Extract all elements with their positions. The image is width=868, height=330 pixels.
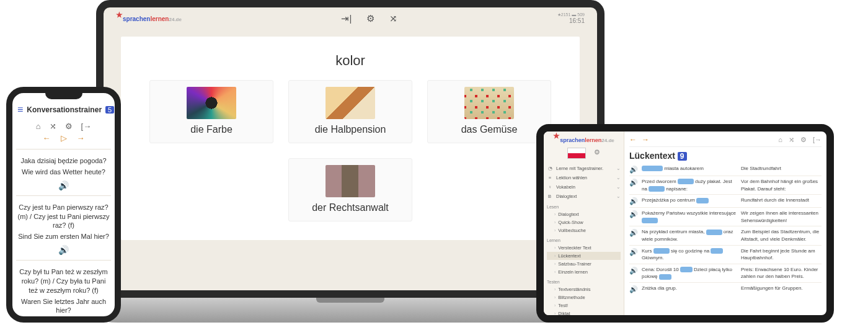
target-sentence: Waren Sie letztes Jahr auch hier? bbox=[17, 297, 110, 316]
audio-icon[interactable]: 🔊 bbox=[629, 285, 638, 293]
source-text: miasta autokarem bbox=[642, 165, 737, 172]
source-text: Przejażdżka po centrum bbox=[642, 197, 737, 204]
conversation-block: Czy jest tu Pan pierwszy raz? (m) / Czy … bbox=[16, 195, 111, 260]
vocab-option[interactable]: die Halbpension bbox=[288, 80, 412, 143]
text-gap[interactable] bbox=[711, 248, 723, 254]
next-icon[interactable]: → bbox=[77, 133, 85, 143]
gap-text-line: 🔊 Pokażemy Państwu wszystkie interesując… bbox=[629, 207, 822, 226]
gear-icon[interactable]: ⚙ bbox=[594, 148, 600, 156]
sidebar-item-icon: ◔ bbox=[547, 166, 553, 171]
home-icon[interactable]: ⌂ bbox=[778, 136, 782, 144]
target-sentence: Sind Sie zum ersten Mal hier? bbox=[17, 232, 110, 241]
sidebar-subitem[interactable]: › Diktat bbox=[547, 310, 621, 318]
chevron-right-icon: › bbox=[554, 254, 556, 258]
text-gap[interactable] bbox=[653, 248, 670, 254]
option-label: der Rechtsanwalt bbox=[296, 202, 404, 213]
option-label: das Gemüse bbox=[435, 124, 543, 135]
sidebar-subitem[interactable]: › Blitzmethode bbox=[547, 293, 621, 301]
sidebar-item[interactable]: 🗎 Dialogtext ⌄ bbox=[547, 192, 621, 201]
prev-icon[interactable]: ← bbox=[629, 135, 637, 144]
sidebar-subitem-label: Lückentext bbox=[558, 253, 580, 259]
vocab-option[interactable]: das Gemüse bbox=[427, 80, 551, 143]
target-text: Zum Beispiel das Stadtzentrum, die Altst… bbox=[741, 228, 822, 243]
logout-icon[interactable]: [→ bbox=[81, 122, 92, 131]
sidebar-subitem[interactable]: › Dialogtext bbox=[547, 210, 621, 218]
text-gap[interactable] bbox=[696, 198, 709, 203]
phone-title: Konversationstrainer bbox=[27, 105, 102, 114]
text-gap[interactable] bbox=[678, 179, 694, 184]
audio-icon[interactable]: 🔊 bbox=[17, 245, 110, 255]
text-gap[interactable] bbox=[680, 267, 693, 272]
audio-icon[interactable]: 🔊 bbox=[629, 266, 638, 275]
audio-icon[interactable]: 🔊 bbox=[629, 248, 638, 256]
conversation-block: Jaka dzisiaj będzie pogoda? Wie wird das… bbox=[16, 149, 111, 195]
sidebar-item-label: Lektion wählen bbox=[556, 175, 587, 181]
audio-icon[interactable]: 🔊 bbox=[629, 178, 638, 187]
gear-icon[interactable]: ⚙ bbox=[65, 122, 73, 131]
target-sentence: Wie wird das Wetter heute? bbox=[17, 167, 110, 177]
prev-icon[interactable]: ← bbox=[43, 133, 51, 143]
chevron-right-icon: › bbox=[554, 303, 556, 308]
play-icon[interactable]: ▷ bbox=[61, 133, 67, 143]
sidebar-item[interactable]: ◔ Lerne mit Tagestrainer. ⌄ bbox=[547, 164, 621, 173]
laptop-device: ★sprachenlernen24.de ⇥| ⚙ ⤨ ★2151 ▬ 509 … bbox=[87, 0, 614, 323]
logout-icon[interactable]: [→ bbox=[813, 136, 822, 144]
sidebar-subitem-label: Einzeln lernen bbox=[558, 269, 588, 275]
next-icon[interactable]: → bbox=[642, 135, 649, 144]
option-image bbox=[464, 87, 514, 119]
sidebar-item[interactable]: ♀ Vokabeln ⌄ bbox=[547, 182, 621, 192]
sidebar-subitem[interactable]: › Test! bbox=[547, 301, 621, 310]
audio-icon[interactable]: 🔊 bbox=[629, 197, 638, 205]
target-text: Wir zeigen Ihnen alle interessanten Sehe… bbox=[741, 210, 822, 224]
target-text: Vor dem Bahnhof hängt ein großes Plakat.… bbox=[741, 178, 822, 192]
brand-logo: ★sprachenlernen24.de bbox=[547, 135, 621, 144]
audio-icon[interactable]: 🔊 bbox=[629, 228, 638, 237]
source-sentence: Jaka dzisiaj będzie pogoda? bbox=[17, 156, 110, 166]
source-text: Na przykład centrum miasta, oraz wiele p… bbox=[642, 228, 737, 243]
chevron-right-icon: › bbox=[554, 287, 556, 292]
source-sentence: Czy był tu Pan też w zeszłym roku? (m) /… bbox=[17, 267, 110, 295]
text-gap[interactable] bbox=[642, 218, 658, 223]
sidebar-cat-testen: Testen bbox=[547, 279, 621, 285]
lesson-badge: 9 bbox=[678, 152, 687, 161]
vocab-option[interactable]: die Farbe bbox=[149, 80, 273, 143]
audio-icon[interactable]: 🔊 bbox=[17, 319, 110, 323]
chevron-right-icon: › bbox=[554, 228, 556, 233]
tablet-device: ★sprachenlernen24.de ⚙ ◔ Lerne mit Tages… bbox=[536, 124, 834, 323]
chevron-right-icon: › bbox=[554, 246, 556, 250]
source-text: Pokażemy Państwu wszystkie interesujące bbox=[642, 210, 737, 224]
target-text: Ermäßigungen für Gruppen. bbox=[741, 285, 822, 292]
sidebar-subitem[interactable]: › Quick-Show bbox=[547, 218, 621, 226]
audio-icon[interactable]: 🔊 bbox=[629, 165, 638, 174]
shuffle-icon[interactable]: ⤨ bbox=[50, 122, 56, 131]
target-text: Die Stadtrundfahrt bbox=[741, 165, 822, 172]
sidebar-subitem[interactable]: › Versteckter Text bbox=[547, 244, 621, 252]
text-gap[interactable] bbox=[706, 230, 722, 235]
text-gap[interactable] bbox=[659, 274, 671, 280]
text-gap[interactable] bbox=[642, 166, 663, 171]
shuffle-icon[interactable]: ⤨ bbox=[789, 136, 794, 144]
sidebar-subitem-label: Quick-Show bbox=[558, 220, 583, 225]
menu-icon[interactable]: ≡ bbox=[17, 104, 23, 115]
vocab-word: kolor bbox=[127, 53, 574, 69]
sidebar-subitem[interactable]: › Einzeln lernen bbox=[547, 268, 621, 276]
exit-icon[interactable]: ⇥| bbox=[341, 13, 352, 24]
gear-icon[interactable]: ⚙ bbox=[366, 13, 374, 24]
text-gap[interactable] bbox=[649, 186, 665, 192]
sidebar-subitem[interactable]: › Vollbedsuche bbox=[547, 226, 621, 234]
audio-icon[interactable]: 🔊 bbox=[629, 210, 638, 218]
flag-poland-icon bbox=[567, 148, 586, 159]
gear-icon[interactable]: ⚙ bbox=[800, 136, 807, 144]
vocab-option[interactable]: der Rechtsanwalt bbox=[288, 158, 412, 221]
audio-icon[interactable]: 🔊 bbox=[17, 181, 110, 190]
option-label: die Halbpension bbox=[296, 124, 404, 135]
sidebar-subitem[interactable]: › Textverständnis bbox=[547, 285, 621, 293]
sidebar-subitem[interactable]: › Lückentext bbox=[547, 252, 621, 260]
sidebar-subitem[interactable]: › Satzbau-Trainer bbox=[547, 260, 621, 268]
score-small: ★2151 ▬ 509 bbox=[557, 12, 585, 17]
sidebar-item[interactable]: ≡ Lektion wählen ⌄ bbox=[547, 173, 621, 182]
chevron-down-icon: ⌄ bbox=[616, 175, 621, 181]
shuffle-icon[interactable]: ⤨ bbox=[389, 13, 397, 24]
home-icon[interactable]: ⌂ bbox=[36, 122, 41, 131]
chevron-right-icon: › bbox=[554, 220, 556, 225]
